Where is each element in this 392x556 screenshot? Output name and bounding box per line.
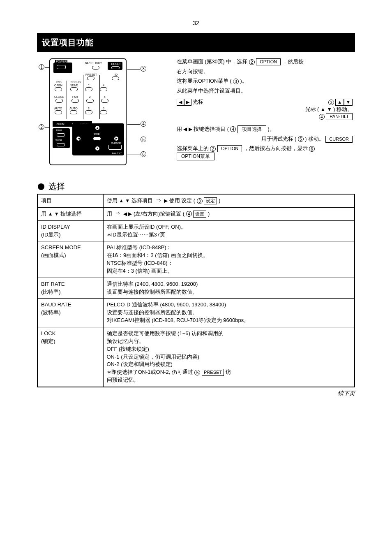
remote-down-arrow: ▼ xyxy=(95,146,99,151)
remote-id-label: ID xyxy=(115,73,118,76)
row-name: BIT RATE (比特率) xyxy=(37,278,103,299)
remote-iris-label: IRIS xyxy=(56,81,62,83)
row-desc: 通信比特率 (2400, 4800, 9600, 19200) 设置要与连接的控… xyxy=(103,278,355,299)
remote-focus-far xyxy=(71,99,79,103)
section-title-bar: 设置项目功能 xyxy=(37,33,355,52)
remote-up-arrow: ▲ xyxy=(95,126,99,130)
callout-5-right: 5 xyxy=(141,137,146,142)
remote-reset-button xyxy=(111,66,120,69)
remote-tele-button xyxy=(57,133,65,137)
row-name: BAUD RATE (波特率) xyxy=(37,299,103,327)
preset-key: PRESET xyxy=(202,369,224,376)
remote-backlight-label: BACK LIGHT xyxy=(85,62,102,65)
option-key: OPTION xyxy=(256,58,281,65)
table-row: SCREEN MODE (画面模式) PAL标准型号 (ICD-848P)： 在… xyxy=(37,241,355,278)
table-row: BIT RATE (比特率) 通信比特率 (2400, 4800, 9600, … xyxy=(37,278,355,299)
callout-3: 3 xyxy=(141,66,146,72)
remote-num-2 xyxy=(86,99,94,103)
item-selection-line1: 用 ◀ ▶ 按键选择项目 ( 4 项目选择 )。 xyxy=(177,125,353,133)
options-line2: 右方向按键。 xyxy=(177,68,353,76)
remote-pantilt-pad: ▲ ◀ ▶ ▼ HOME CURSOR PAN·TILT xyxy=(72,123,124,155)
remote-illustration: POWER BACK LIGHT RESET PRESET ID IRIS FO… xyxy=(49,58,127,165)
remote-num-3 xyxy=(85,110,92,114)
options-line1: 在菜单画面 (第30页) 中，选择 2 OPTION ，然后按 xyxy=(177,58,353,66)
table-row: BAUD RATE (波特率) PELCO-D 通信波特率 (4800, 960… xyxy=(37,299,355,327)
row-desc: PAL标准型号 (ICD-848P)： 在16：9画面和4：3 (信箱) 画面之… xyxy=(103,241,355,278)
subheader-col2: 用 ⇒ ◀ ▶ (左/右方向)按键设置 ( 4 设置 ) xyxy=(103,207,355,220)
row-desc: 确定是否锁定可使用数字按键 (1~6) 访问和调用的 预设记忆内容。 OFF (… xyxy=(103,327,355,387)
remote-left-arrow: ◀ xyxy=(76,137,81,141)
callout-6-right: 6 xyxy=(141,151,146,157)
remote-focus-near xyxy=(70,87,78,91)
callout-1: 1 xyxy=(39,64,44,70)
pantilt-key: PAN·TILT xyxy=(326,113,353,120)
option-menu-key: OPTION菜单 xyxy=(177,153,214,160)
subheader-col1: 用 ▲ ▼ 按键选择 xyxy=(37,207,103,220)
callout-2: 2 xyxy=(39,124,44,130)
option-menu-line: 选择菜单上的 2 OPTION ，然后按右方向按键，显示 6 OPTION菜单 xyxy=(177,145,353,160)
remote-column: 1 2 3 4 5 6 xyxy=(37,56,164,174)
subheader-setting-key: 设置 xyxy=(193,211,206,218)
up-arrow-key: ▲ xyxy=(335,99,344,106)
table-subheader-row: 用 ▲ ▼ 按键选择 用 ⇒ ◀ ▶ (左/右方向)按键设置 ( 4 设置 ) xyxy=(37,207,355,220)
page: 32 设置项目功能 1 2 3 4 5 xyxy=(0,0,392,556)
header-col1: 项目 xyxy=(37,194,103,207)
remote-iris-auto xyxy=(55,110,62,114)
table-row: LOCK (锁定) 确定是否锁定可使用数字按键 (1~6) 访问和调用的 预设记… xyxy=(37,327,355,387)
row-name: LOCK (锁定) xyxy=(37,327,103,387)
remote-num-1 xyxy=(85,87,92,91)
header-setting-key: 设定 xyxy=(204,197,217,204)
top-row: 1 2 3 4 5 6 xyxy=(37,56,355,175)
remote-iris-close xyxy=(55,99,63,103)
remote-home-button xyxy=(93,137,101,141)
remote-focus-auto xyxy=(70,110,77,114)
row-name: ID DISPLAY (ID显示) xyxy=(37,220,103,241)
remote-preset-label: PRESET xyxy=(85,73,97,76)
section-title: 设置项目功能 xyxy=(42,37,94,48)
remote-power-label: POWER xyxy=(55,60,67,63)
page-number: 32 xyxy=(193,20,199,26)
subtitle-row: 选择 xyxy=(38,181,355,192)
continued-note: 续下页 xyxy=(37,390,355,397)
remote-preset-button xyxy=(87,76,95,80)
row-desc: 在画面上显示所设ID (OFF, ON)。 ∗ID显示位置⋯⋯第37页 xyxy=(103,220,355,241)
options-line3: 这将显示OPTION菜单 ( 3 )。 xyxy=(177,78,353,85)
header-col2: 使用 ▲ ▼ 选择项目 ⇒ ▶ 使用 设定 ( 3 设定 ) xyxy=(103,194,355,207)
right-arrow-key: ▶ xyxy=(184,99,191,106)
option-key-2: OPTION xyxy=(217,145,242,152)
remote-cursor-button xyxy=(108,145,122,150)
remote-reset-label: RESET xyxy=(111,63,121,65)
subtitle-text: 选择 xyxy=(48,181,65,192)
remote-power-button xyxy=(57,65,66,69)
cursor-key: CURSOR xyxy=(325,136,353,143)
callout-4-right: 4 xyxy=(141,121,146,127)
options-line4: 从此菜单中选择并设置项目。 xyxy=(177,88,353,95)
table-row: ID DISPLAY (ID显示) 在画面上显示所设ID (OFF, ON)。 … xyxy=(37,220,355,241)
cursor-up-down-note: 3 ▲▼ 光标 ( ▲ ▼ ) 移动。 4 PAN·TILT xyxy=(232,99,353,120)
remote-iris-open xyxy=(55,87,62,91)
item-selection-line2: 用于调试光标 ( 5 ) 移动。 CURSOR xyxy=(177,136,353,143)
bullet-icon xyxy=(38,183,44,190)
options-table: 项目 使用 ▲ ▼ 选择项目 ⇒ ▶ 使用 设定 ( 3 设定 ) 用 ▲ ▼ … xyxy=(37,194,355,387)
item-selection-key: 项目选择 xyxy=(238,125,266,133)
table-header-row: 项目 使用 ▲ ▼ 选择项目 ⇒ ▶ 使用 设定 ( 3 设定 ) xyxy=(37,194,355,207)
remote-focus-label: FOCUS xyxy=(71,81,81,83)
options-text-column: 在菜单画面 (第30页) 中，选择 2 OPTION ，然后按 右方向按键。 这… xyxy=(164,56,355,174)
row-desc: PELCO-D 通信波特率 (4800, 9600, 19200, 38400)… xyxy=(103,299,355,327)
remote-right-arrow: ▶ xyxy=(114,137,118,141)
remote-backlight-button xyxy=(92,66,99,70)
left-arrow-key: ◀ xyxy=(177,99,184,106)
remote-num-5 xyxy=(101,99,108,103)
remote-id-button xyxy=(112,76,119,80)
remote-num-4 xyxy=(100,87,107,91)
remote-tele-wide-block: TELE WIDE xyxy=(53,128,70,148)
cursor-left-right-note: ◀▶ 光标 xyxy=(177,99,203,120)
remote-wide-button xyxy=(57,143,65,146)
down-arrow-key: ▼ xyxy=(344,99,353,106)
remote-num-6 xyxy=(100,110,107,114)
row-name: SCREEN MODE (画面模式) xyxy=(37,241,103,278)
